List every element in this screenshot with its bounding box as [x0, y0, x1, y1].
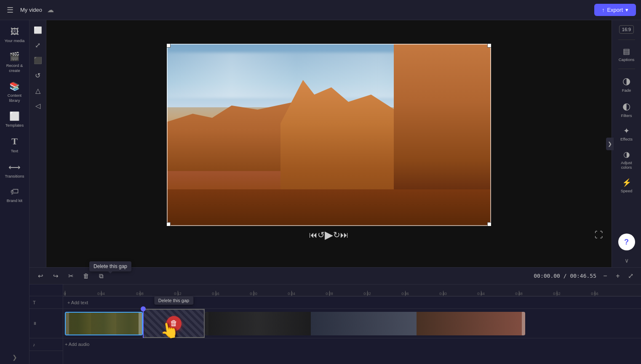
speed-tool[interactable]: ⚡ Speed — [614, 175, 639, 196]
export-button[interactable]: ↑ Export ▾ — [594, 4, 636, 16]
video-track: 🗑 Delete this gap 👆 — [63, 309, 641, 338]
help-button[interactable]: ? — [618, 234, 635, 250]
delete-button[interactable]: 🗑 — [80, 270, 92, 282]
adjust-colors-tool[interactable]: ◑ Adjust colors — [614, 147, 639, 172]
rewind-button[interactable]: ↺ — [318, 230, 325, 240]
sidebar-item-templates[interactable]: ⬜ Templates — [2, 108, 27, 131]
clip2-handle-right[interactable] — [522, 312, 525, 335]
sidebar-item-your-media[interactable]: 🖼 Your media — [2, 24, 27, 46]
text-icon: T — [11, 136, 18, 147]
resize-tool[interactable]: ⤢ — [32, 39, 44, 51]
ruler-marks: 0 0:04 0:08 0:12 0:16 0:20 — [63, 284, 641, 296]
play-button[interactable]: ▶ — [325, 228, 333, 242]
captions-tool[interactable]: ▤ Captions — [614, 44, 639, 64]
zoom-out-button[interactable]: − — [600, 271, 611, 282]
export-label: Export — [607, 7, 623, 13]
right-cliff — [394, 44, 491, 189]
flip-v-tool[interactable]: △ — [32, 84, 44, 97]
menu-icon[interactable]: ☰ — [5, 4, 15, 16]
overlay-tool[interactable]: ⬛ — [32, 54, 44, 66]
export-icon: ↑ — [602, 7, 605, 13]
speed-label: Speed — [621, 189, 632, 193]
brand-icon: 🏷 — [11, 187, 19, 197]
timeline-tracks-container: T ⏸ ♪ 0 — [29, 284, 641, 364]
sidebar-item-expand[interactable]: ❯ — [2, 351, 27, 364]
current-timecode: 00:00.00 — [534, 273, 560, 279]
fade-label: Fade — [622, 88, 631, 93]
collapse-panel-button[interactable]: ❯ — [606, 138, 614, 150]
sidebar-item-content-library[interactable]: 📚 Contentlibrary — [2, 78, 27, 106]
sidebar-item-label: Transitions — [5, 174, 24, 178]
center-content: ⬜ ⤢ ⬛ ↺ △ ◁ — [29, 20, 641, 364]
ruler-tick-0 — [65, 291, 65, 296]
fit-button[interactable]: ⤢ — [625, 271, 636, 282]
rotate-tool[interactable]: ↺ — [32, 69, 44, 82]
templates-icon: ⬜ — [9, 111, 20, 121]
left-sidebar: 🖼 Your media 🎬 Record &create 📚 Contentl… — [0, 20, 29, 364]
video-preview-container: ⏮ ↺ ▶ ↻ ⏭ ⛶ — [46, 20, 612, 267]
text-track-icon: T — [33, 300, 36, 305]
corner-handle-tl[interactable] — [167, 44, 171, 48]
corner-handle-bl[interactable] — [167, 222, 171, 226]
playhead-line — [143, 309, 144, 338]
video-track-label: ⏸ — [29, 309, 63, 338]
audio-track-icon: ♪ — [33, 342, 35, 347]
main-area: 🖼 Your media 🎬 Record &create 📚 Contentl… — [0, 20, 641, 364]
ruler-tick-24 — [291, 291, 292, 296]
record-icon: 🎬 — [9, 51, 20, 61]
trash-circle[interactable]: 🗑 — [166, 316, 182, 331]
fade-tool[interactable]: ◑ Fade — [614, 73, 639, 95]
corner-handle-br[interactable] — [487, 222, 491, 226]
captions-icon: ▤ — [623, 47, 630, 56]
adjust-colors-icon: ◑ — [623, 150, 630, 159]
library-icon: 📚 — [9, 81, 20, 91]
cut-button[interactable]: ✂ — [65, 270, 77, 282]
timecode-separator: / — [564, 273, 570, 279]
project-title[interactable]: My video — [20, 7, 42, 13]
sidebar-item-text[interactable]: T Text — [2, 133, 27, 157]
redo-button[interactable]: ↪ — [50, 270, 61, 282]
sidebar-item-brand-kit[interactable]: 🏷 Brand kit — [2, 183, 27, 206]
skip-end-button[interactable]: ⏭ — [340, 230, 349, 240]
ruler-tick-12 — [178, 291, 178, 296]
zoom-in-button[interactable]: + — [612, 271, 623, 282]
video-clip-first[interactable] — [65, 312, 143, 335]
transitions-icon: ⟷ — [8, 162, 21, 172]
sidebar-item-record[interactable]: 🎬 Record &create — [2, 48, 27, 76]
help-icon: ? — [624, 238, 629, 247]
add-audio-button[interactable]: + Add audio — [65, 342, 89, 347]
timecode-display: 00:00.00 / 00:46.55 — [534, 273, 596, 279]
skip-start-button[interactable]: ⏮ — [309, 230, 318, 240]
gap-zone[interactable]: 🗑 Delete this gap — [143, 309, 205, 338]
text-track: + Add text — [63, 296, 641, 309]
zoom-controls: − + ⤢ — [600, 271, 636, 282]
filters-label: Filters — [621, 113, 632, 118]
corner-handle-tr[interactable] — [487, 44, 491, 48]
collapse-right-icon[interactable]: ∨ — [625, 257, 629, 264]
delete-gap-tooltip: Delete this gap — [89, 261, 131, 271]
undo-button[interactable]: ↩ — [35, 270, 46, 282]
ruler-tick-8 — [140, 291, 140, 296]
divider — [618, 69, 635, 69]
sidebar-item-transitions[interactable]: ⟷ Transitions — [2, 159, 27, 182]
ruler-tick-52 — [557, 291, 557, 296]
cloud-icon: ☁ — [47, 6, 54, 14]
fullscreen-button[interactable]: ⛶ — [595, 230, 603, 240]
crop-tool[interactable]: ⬜ — [32, 24, 44, 36]
forward-button[interactable]: ↻ — [333, 230, 340, 240]
effects-tool[interactable]: ✦ Effects — [614, 124, 639, 144]
duplicate-button[interactable]: ⧉ — [95, 270, 107, 282]
video-content — [167, 44, 491, 226]
effects-icon: ✦ — [623, 126, 630, 136]
timeline-area: ↩ ↪ ✂ 🗑 ⧉ Delete this gap 00:00.00 / 00:… — [29, 267, 641, 364]
effects-label: Effects — [620, 137, 633, 141]
sidebar-item-label: Your media — [5, 38, 25, 43]
delete-gap-icon-in-gap[interactable]: 🗑 — [166, 316, 182, 331]
aspect-ratio-button[interactable]: 16:9 — [619, 25, 634, 34]
filters-tool[interactable]: ◐ Filters — [614, 98, 639, 120]
playback-controls: ⏮ ↺ ▶ ↻ ⏭ ⛶ — [46, 226, 612, 244]
add-text-button[interactable]: + Add text — [65, 299, 91, 306]
flip-h-tool[interactable]: ◁ — [32, 99, 44, 112]
clip-handle-right[interactable] — [139, 313, 142, 335]
video-clip-second[interactable] — [205, 312, 525, 335]
